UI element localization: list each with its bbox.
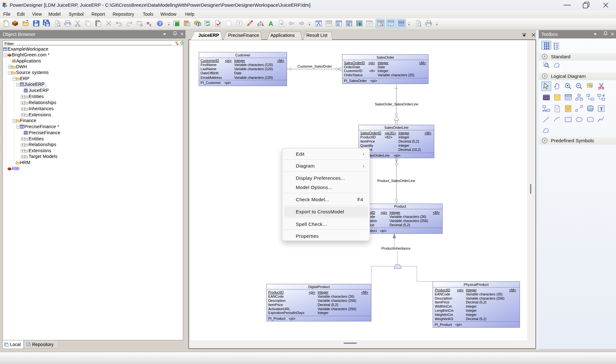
svg-text:ExpirationPeriodInDays: ExpirationPeriodInDays	[268, 311, 304, 315]
svg-text:c: c	[150, 22, 151, 27]
svg-text:Integer: Integer	[318, 290, 329, 294]
svg-text:Variable characters (256): Variable characters (256)	[389, 219, 428, 223]
svg-text:Decimal (5,2): Decimal (5,2)	[318, 303, 338, 307]
svg-text:<pi>: <pi>	[309, 290, 315, 294]
svg-text:Product_SalesOrderLine: Product_SalesOrderLine	[377, 179, 415, 183]
svg-text:Decimal (5,2): Decimal (5,2)	[398, 139, 419, 143]
svg-text:ProductID: ProductID	[268, 290, 284, 294]
svg-text:Variable characters (120): Variable characters (120)	[234, 76, 273, 79]
svg-text:n: n	[147, 20, 149, 25]
svg-text:EANCode: EANCode	[268, 294, 284, 298]
svg-text:Integer: Integer	[318, 311, 329, 315]
svg-text:Integer: Integer	[466, 313, 477, 317]
svg-text:Variable characters (25): Variable characters (25)	[378, 73, 414, 77]
svg-text:Integer: Integer	[466, 304, 477, 308]
svg-text:EmailAddress: EmailAddress	[201, 76, 222, 79]
svg-text:Variable characters (256): Variable characters (256)	[318, 299, 356, 302]
svg-text:Decimal (5,2): Decimal (5,2)	[466, 300, 486, 304]
svg-text:Variable characters (256): Variable characters (256)	[318, 307, 356, 311]
svg-text:<pi>: <pi>	[455, 323, 462, 327]
svg-text:PI_Product: PI_Product	[268, 317, 285, 320]
svg-text:Integer: Integer	[398, 131, 409, 135]
svg-text:Date: Date	[378, 65, 385, 69]
svg-text:Decimal (5,2): Decimal (5,2)	[389, 223, 410, 227]
svg-text:PI_Customer: PI_Customer	[201, 81, 221, 85]
svg-text:SalesOrderLine: SalesOrderLine	[384, 126, 408, 129]
svg-text:Description: Description	[268, 299, 286, 302]
svg-text:<pi>: <pi>	[381, 211, 387, 214]
svg-text:Integer: Integer	[398, 144, 409, 147]
svg-text:OrderDate: OrderDate	[344, 65, 360, 69]
svg-text:<fi>: <fi>	[369, 69, 375, 73]
svg-text:Integer: Integer	[378, 61, 389, 65]
svg-text:Integer: Integer	[378, 69, 389, 73]
svg-text:DateOfBirth: DateOfBirth	[201, 71, 218, 75]
svg-text:SalesOrder: SalesOrder	[377, 55, 394, 59]
svg-text:<fi2>: <fi2>	[385, 135, 392, 139]
svg-text:Integer: Integer	[389, 211, 400, 214]
svg-text:Variable characters (120): Variable characters (120)	[234, 63, 273, 67]
svg-text:ProductID: ProductID	[360, 135, 376, 139]
svg-text:Decimal (10,2): Decimal (10,2)	[398, 148, 421, 152]
svg-text:T: T	[238, 21, 241, 26]
svg-text:Variable characters (26): Variable characters (26)	[318, 294, 354, 298]
svg-text:<M>: <M>	[509, 288, 516, 292]
svg-text:<M>: <M>	[433, 211, 440, 214]
svg-text:?: ?	[159, 21, 161, 26]
svg-text:ProductInheritance: ProductInheritance	[381, 246, 411, 250]
svg-text:PhysicalProduct: PhysicalProduct	[464, 283, 488, 286]
svg-text:Description: Description	[435, 296, 452, 300]
svg-text:Product: Product	[394, 204, 406, 208]
svg-text:<pi>: <pi>	[225, 59, 232, 62]
svg-text:OrderStatus: OrderStatus	[344, 73, 363, 77]
svg-text:ActivationURL: ActivationURL	[268, 307, 290, 311]
svg-text:LastName: LastName	[201, 67, 216, 71]
svg-text:PI_SalesOrder: PI_SalesOrder	[344, 79, 367, 83]
svg-text:DigitalProduct: DigitalProduct	[308, 285, 329, 289]
svg-text:ProductID: ProductID	[435, 288, 450, 292]
svg-text:EANCode: EANCode	[435, 292, 450, 296]
svg-text:<M>: <M>	[419, 61, 426, 65]
svg-text:<pi>: <pi>	[394, 153, 400, 157]
svg-text:Integer: Integer	[398, 135, 409, 139]
svg-text:SalesOrderID: SalesOrderID	[360, 131, 381, 135]
svg-text:ItemPrice: ItemPrice	[360, 139, 375, 143]
svg-text:FirstName: FirstName	[201, 63, 217, 67]
svg-text:<pi,fi1>: <pi,fi1>	[385, 131, 396, 135]
svg-text:<pi>: <pi>	[224, 81, 231, 85]
svg-text:ItemPrice: ItemPrice	[435, 300, 449, 304]
svg-text:Quantity: Quantity	[360, 144, 373, 147]
svg-text:A: A	[269, 20, 273, 27]
svg-text:Integer: Integer	[466, 309, 477, 312]
svg-text:<pi>: <pi>	[368, 61, 375, 65]
svg-text:Integer: Integer	[234, 59, 245, 62]
svg-text:<M>: <M>	[424, 131, 432, 135]
svg-text:n-n: n-n	[543, 109, 547, 112]
svg-text:<M>: <M>	[277, 59, 284, 62]
svg-text:<pi>: <pi>	[380, 229, 387, 233]
svg-text:Variable characters (120): Variable characters (120)	[234, 67, 273, 71]
svg-text:SalesOrder_SalesOrderLine: SalesOrder_SalesOrderLine	[375, 102, 418, 106]
svg-text:D: D	[337, 23, 339, 26]
svg-text:Customer_SalesOrder: Customer_SalesOrder	[297, 64, 332, 68]
svg-text:Date: Date	[234, 71, 242, 75]
svg-text:SalesOrderID: SalesOrderID	[344, 61, 365, 65]
svg-text:PI_Product: PI_Product	[435, 323, 452, 327]
svg-text:Decimal (5,2): Decimal (5,2)	[466, 317, 486, 321]
svg-text:WidthInCm: WidthInCm	[435, 304, 452, 308]
svg-text:D: D	[347, 23, 349, 26]
svg-text:<pi>: <pi>	[289, 317, 295, 320]
svg-text:Variable characters (26): Variable characters (26)	[466, 292, 502, 296]
svg-text:<M>: <M>	[361, 290, 368, 294]
svg-text:WeightInKG: WeightInKG	[435, 317, 453, 321]
svg-text:T: T	[600, 106, 603, 112]
svg-text:ItemPrice: ItemPrice	[268, 303, 283, 307]
svg-text:LengthInCm: LengthInCm	[435, 309, 454, 312]
svg-text:CustomerID: CustomerID	[344, 69, 363, 73]
svg-text:Variable characters (256): Variable characters (256)	[466, 296, 504, 300]
svg-text:Integer: Integer	[466, 288, 477, 292]
svg-text:HeightInCm: HeightInCm	[435, 313, 453, 317]
svg-text:<pi>: <pi>	[370, 79, 377, 83]
svg-text:Variable characters (26): Variable characters (26)	[389, 215, 426, 219]
svg-text:d: d	[603, 94, 604, 97]
